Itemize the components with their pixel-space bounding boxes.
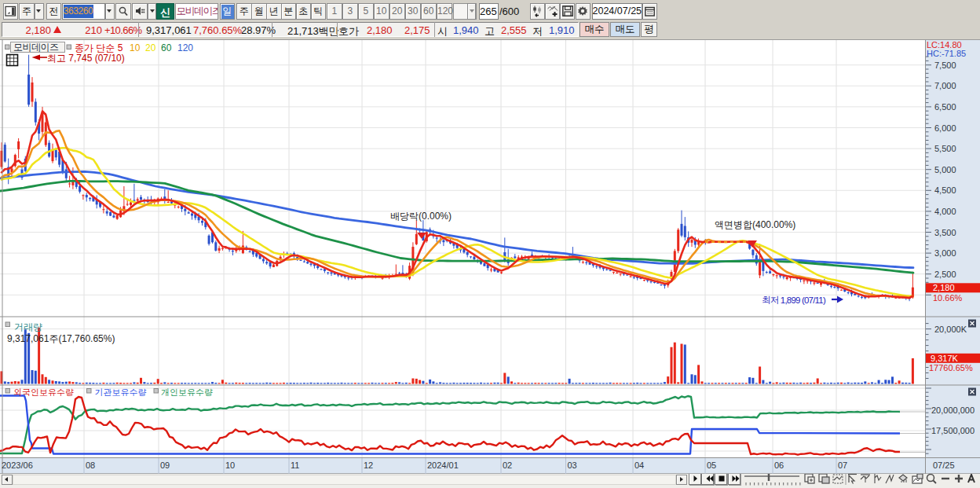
svg-text:HC:-71.85: HC:-71.85	[927, 49, 966, 58]
svg-text:배당락(0.00%): 배당락(0.00%)	[390, 211, 452, 222]
svg-text:7,500: 7,500	[934, 61, 956, 70]
svg-text:20,000,000: 20,000,000	[931, 405, 975, 415]
svg-text:10: 10	[225, 460, 235, 470]
svg-text:5,500: 5,500	[934, 144, 956, 153]
svg-text:9,317,061주(17,760.65%): 9,317,061주(17,760.65%)	[7, 333, 115, 344]
svg-text:LC:14.80: LC:14.80	[927, 40, 962, 50]
svg-text:03: 03	[568, 460, 577, 470]
svg-text:개인보유수량: 개인보유수량	[161, 387, 213, 397]
svg-text:2,500: 2,500	[934, 270, 956, 279]
svg-text:4,500: 4,500	[934, 185, 956, 195]
svg-text:10.66%: 10.66%	[933, 293, 963, 303]
svg-text:7,000: 7,000	[934, 81, 956, 90]
svg-text:3,000: 3,000	[934, 248, 956, 258]
svg-text:10: 10	[130, 42, 141, 53]
svg-text:최저 1,899 (07/11): 최저 1,899 (07/11)	[762, 295, 826, 305]
svg-text:모비데이즈: 모비데이즈	[13, 42, 59, 53]
svg-text:거래량: 거래량	[14, 321, 42, 332]
svg-text:2023/06: 2023/06	[2, 460, 33, 470]
svg-text:07/25: 07/25	[933, 460, 955, 470]
svg-text:20: 20	[145, 42, 156, 53]
svg-text:기관보유수량: 기관보유수량	[95, 387, 147, 397]
svg-text:06: 06	[774, 460, 784, 470]
svg-text:02: 02	[503, 460, 512, 470]
svg-text:9,317K: 9,317K	[931, 354, 959, 363]
svg-text:17,500,000: 17,500,000	[931, 426, 975, 435]
svg-text:20,000K: 20,000K	[934, 325, 967, 334]
svg-text:5,000: 5,000	[934, 165, 956, 174]
svg-text:2,180: 2,180	[933, 283, 955, 292]
svg-text:종가 단순 5: 종가 단순 5	[75, 42, 123, 53]
svg-text:60: 60	[161, 42, 172, 53]
svg-text:액면병합(400.00%): 액면병합(400.00%)	[715, 219, 795, 230]
svg-text:6,500: 6,500	[934, 102, 956, 112]
svg-text:05: 05	[707, 460, 716, 470]
svg-text:2024/01: 2024/01	[427, 460, 459, 470]
svg-text:12: 12	[364, 460, 373, 470]
svg-text:17760.65%: 17760.65%	[929, 363, 973, 372]
svg-text:08: 08	[86, 460, 95, 470]
svg-text:09: 09	[160, 460, 170, 470]
svg-text:07: 07	[838, 460, 847, 470]
svg-text:04: 04	[634, 460, 644, 470]
svg-text:11: 11	[291, 460, 299, 470]
svg-text:3,500: 3,500	[934, 228, 956, 237]
svg-text:외국인보유수량: 외국인보유수량	[13, 387, 74, 397]
svg-text:4,000: 4,000	[934, 207, 956, 216]
svg-text:6,000: 6,000	[934, 123, 956, 133]
svg-text:최고 7,745 (07/10): 최고 7,745 (07/10)	[47, 53, 125, 64]
svg-text:120: 120	[177, 42, 193, 53]
